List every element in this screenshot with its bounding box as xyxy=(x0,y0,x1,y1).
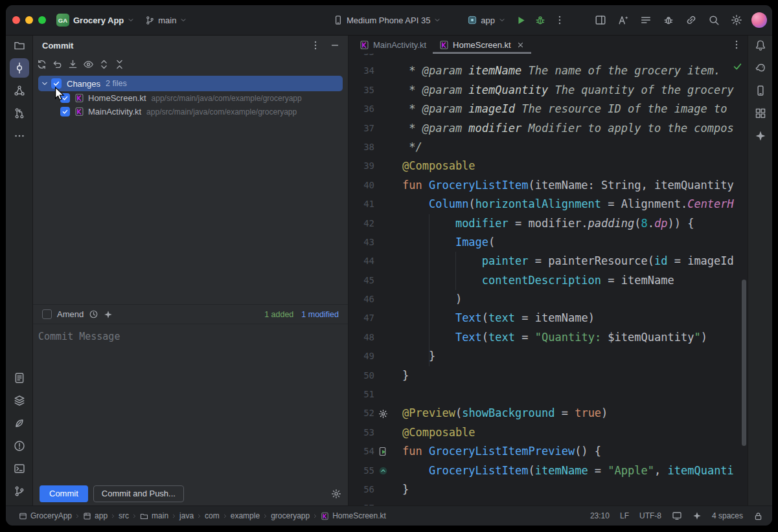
run-preview-icon[interactable] xyxy=(378,447,388,456)
gemini-tool-button[interactable] xyxy=(751,126,770,146)
branch-selector[interactable]: main xyxy=(145,16,187,25)
todo-tool-button[interactable] xyxy=(10,368,29,388)
screen-sharing-icon[interactable] xyxy=(672,511,682,521)
breadcrumb-HomeScreen.kt[interactable]: HomeScreen.kt xyxy=(321,511,386,520)
commit-and-push-button[interactable]: Commit and Push... xyxy=(93,485,184,502)
changes-checkbox[interactable] xyxy=(51,78,62,89)
code-text: @Composable xyxy=(402,423,475,442)
editor-tabs: MainActivity.ktHomeScreen.kt xyxy=(349,36,748,54)
build-variants-tool-button[interactable] xyxy=(10,391,29,410)
app-insights-tool-button[interactable] xyxy=(10,414,29,433)
breadcrumb-main[interactable]: main xyxy=(140,511,168,520)
commit-message-input[interactable]: Commit Message xyxy=(33,324,348,482)
gemini-status-icon[interactable] xyxy=(692,511,702,520)
running-devices-button[interactable] xyxy=(589,10,612,30)
project-window-icon xyxy=(19,512,27,520)
file-checkbox[interactable] xyxy=(60,93,70,103)
project-selector[interactable]: Grocery App xyxy=(73,16,135,25)
file-row-HomeScreen.kt[interactable]: HomeScreen.ktapp/src/main/java/com/examp… xyxy=(33,91,348,105)
editor-scrollbar[interactable] xyxy=(742,280,746,446)
breadcrumb-groceryapp[interactable]: groceryapp xyxy=(271,511,310,520)
code-editor[interactable]: 3334 * @param itemName The name of the g… xyxy=(349,54,748,505)
logcat-button[interactable] xyxy=(634,10,657,30)
refresh-button[interactable] xyxy=(34,56,49,72)
breadcrumb-app[interactable]: app xyxy=(83,511,108,520)
more-run-options-button[interactable] xyxy=(550,10,569,30)
ai-commit-message-icon[interactable] xyxy=(104,310,113,319)
tab-MainActivity.kt[interactable]: MainActivity.kt xyxy=(353,36,433,54)
ai-actions-button[interactable] xyxy=(612,10,634,30)
file-checkbox[interactable] xyxy=(60,107,70,116)
version-control-tool-button[interactable] xyxy=(10,482,29,501)
device-selector[interactable]: Medium Phone API 35 xyxy=(333,15,441,25)
code-line-55: 55 GroceryListItem(itemName = "Apple", i… xyxy=(349,461,748,480)
collapse-all-icon xyxy=(114,59,125,70)
terminal-icon xyxy=(14,463,25,474)
search-button[interactable] xyxy=(702,10,725,30)
debug-button[interactable] xyxy=(531,10,550,30)
commit-history-icon[interactable] xyxy=(89,309,98,319)
download-button[interactable] xyxy=(65,56,80,72)
expand-all-button[interactable] xyxy=(96,56,111,72)
avatar[interactable] xyxy=(751,12,767,28)
code-text: * @param itemName The name of the grocer… xyxy=(402,61,720,80)
minimize-button[interactable] xyxy=(25,16,33,24)
line-ending[interactable]: LF xyxy=(620,511,629,520)
commit-settings-icon[interactable] xyxy=(331,489,341,499)
breadcrumb-java[interactable]: java xyxy=(179,511,194,520)
changes-root-row[interactable]: Changes 2 files xyxy=(38,76,343,91)
zoom-button[interactable] xyxy=(38,16,46,24)
code-text: } xyxy=(402,480,409,499)
expand-chevron-icon[interactable] xyxy=(40,79,50,88)
terminal-tool-button[interactable] xyxy=(10,459,29,478)
line-number: 37 xyxy=(349,119,374,138)
structure-tool-button[interactable] xyxy=(10,81,29,100)
device-pair-button[interactable] xyxy=(680,10,702,30)
app-inspection-button[interactable] xyxy=(657,10,680,30)
breadcrumb-src[interactable]: src xyxy=(119,511,129,520)
device-manager-tool-button[interactable] xyxy=(751,81,770,100)
run-button[interactable] xyxy=(511,10,531,30)
preview-settings-icon[interactable] xyxy=(378,409,388,419)
run-config-selector[interactable]: app xyxy=(467,15,506,25)
preview-diff-button[interactable] xyxy=(80,56,96,72)
code-line-56: 56} xyxy=(349,480,748,499)
deploy-preview-icon[interactable] xyxy=(378,466,388,476)
project-tool-button[interactable] xyxy=(10,36,29,55)
cursor-position[interactable]: 23:10 xyxy=(590,511,610,520)
amend-checkbox[interactable] xyxy=(42,309,52,319)
breadcrumb-GroceryApp[interactable]: GroceryApp xyxy=(19,511,72,520)
resource-manager-tool-button[interactable] xyxy=(751,104,770,123)
panel-options-icon[interactable] xyxy=(310,40,321,50)
file-row-MainActivity.kt[interactable]: MainActivity.ktapp/src/main/java/com/exa… xyxy=(33,105,348,118)
chevron-down-icon xyxy=(498,16,506,24)
commit-tool-button[interactable] xyxy=(10,58,29,78)
pull-requests-tool-button[interactable] xyxy=(10,104,29,123)
tab-HomeScreen.kt[interactable]: HomeScreen.kt xyxy=(433,36,531,54)
app-inspection-icon xyxy=(663,14,674,26)
more-tools-tool-button[interactable] xyxy=(10,126,29,146)
crumb-separator-icon xyxy=(110,513,116,519)
inspections-ok-icon[interactable] xyxy=(733,61,742,71)
commit-actions: Commit Commit and Push... xyxy=(33,482,348,505)
file-encoding[interactable]: UTF-8 xyxy=(639,511,661,520)
gutter xyxy=(374,309,391,327)
file-name: HomeScreen.kt xyxy=(88,93,146,103)
commit-button[interactable]: Commit xyxy=(40,485,88,502)
search-icon xyxy=(708,14,720,26)
problems-tool-button[interactable] xyxy=(10,436,29,456)
lock-icon[interactable] xyxy=(753,511,763,521)
close-button[interactable] xyxy=(12,16,20,24)
indent-setting[interactable]: 4 spaces xyxy=(712,511,743,520)
code-line-47: 47 Text(text = itemName) xyxy=(349,309,748,327)
tab-options-icon[interactable] xyxy=(731,39,742,50)
rollback-button[interactable] xyxy=(49,56,65,72)
gradle-tool-button[interactable] xyxy=(751,58,770,78)
hide-panel-icon[interactable] xyxy=(330,40,340,50)
settings-button[interactable] xyxy=(725,10,748,30)
close-tab-icon[interactable] xyxy=(516,41,525,49)
breadcrumb-example[interactable]: example xyxy=(231,511,260,520)
breadcrumb-com[interactable]: com xyxy=(205,511,220,520)
collapse-all-button[interactable] xyxy=(111,56,127,72)
notifications-tool-button[interactable] xyxy=(751,36,770,55)
